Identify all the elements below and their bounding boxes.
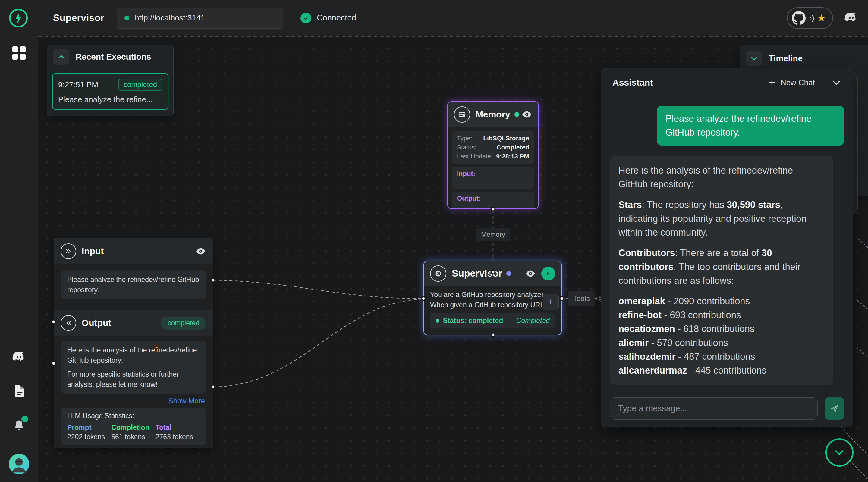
send-icon bbox=[830, 404, 839, 413]
assistant-panel: Assistant New Chat Please analyze the re… bbox=[601, 68, 853, 427]
handle-supervisor-bottom[interactable] bbox=[491, 332, 496, 338]
input-title: Input bbox=[82, 246, 104, 256]
collapse-chat-icon[interactable] bbox=[831, 77, 841, 88]
memory-lastupdate-label: Last Update: bbox=[457, 152, 493, 161]
connection-status-label: Connected bbox=[317, 13, 356, 23]
llm-usage-title: LLM Usage Statistics: bbox=[67, 412, 199, 420]
memory-node[interactable]: Memory Type:LibSQLStorage Status:Complet… bbox=[447, 101, 539, 209]
execution-time: 9:27:51 PM bbox=[58, 80, 98, 90]
handle-input-out[interactable] bbox=[211, 278, 216, 283]
scroll-to-bottom-button[interactable] bbox=[825, 438, 854, 467]
execution-card[interactable]: 9:27:51 PM completed Please analyze the … bbox=[52, 73, 168, 110]
assistant-title: Assistant bbox=[613, 77, 653, 88]
sidebar-item-apps[interactable] bbox=[12, 46, 26, 60]
stat-total: Total 2763 tokens bbox=[156, 423, 199, 441]
memory-lastupdate-value: 9:28:13 PM bbox=[496, 152, 529, 161]
show-more-link[interactable]: Show More bbox=[61, 397, 205, 405]
execution-status-badge: completed bbox=[118, 78, 162, 91]
input-text-card: Please analyze the refinedev/refine GitH… bbox=[61, 270, 206, 299]
eye-icon[interactable] bbox=[521, 109, 532, 120]
collapse-recent-button[interactable] bbox=[53, 49, 69, 65]
user-avatar[interactable] bbox=[9, 454, 29, 474]
github-star-button[interactable]: :) ★ bbox=[787, 7, 833, 29]
memory-node-title: Memory bbox=[475, 109, 510, 120]
io-node[interactable]: Input Please analyze the refinedev/refin… bbox=[54, 238, 213, 448]
prompt-line-1: You are a GitHub repository analyzer. bbox=[430, 289, 555, 300]
sidebar-item-notifications[interactable] bbox=[12, 419, 26, 433]
check-circle-icon bbox=[301, 13, 311, 24]
eye-icon[interactable] bbox=[525, 268, 536, 279]
handle-output-out[interactable] bbox=[211, 384, 216, 389]
contributor-row: alicanerdurmaz - 445 contributions bbox=[618, 364, 825, 378]
server-status-dot bbox=[124, 16, 129, 21]
left-sidebar bbox=[0, 36, 38, 482]
expand-plus-icon[interactable]: + bbox=[525, 195, 529, 205]
prompt-line-2: When given a GitHub repository URL o bbox=[430, 300, 555, 310]
stat-prompt: Prompt 2202 tokens bbox=[67, 423, 111, 441]
memory-status-value: Completed bbox=[496, 143, 529, 152]
top-bar: Supervisor http://localhost:3141 Connect… bbox=[0, 0, 868, 36]
notification-dot bbox=[22, 416, 28, 422]
assistant-contributor-list: omeraplak - 2090 contributions refine-bo… bbox=[618, 294, 825, 378]
chevron-down-icon bbox=[833, 446, 846, 459]
document-icon bbox=[12, 384, 26, 398]
storage-icon bbox=[454, 106, 470, 123]
play-icon bbox=[545, 270, 552, 277]
sidebar-item-docs[interactable] bbox=[12, 384, 26, 399]
user-message-bubble: Please analyze the refinedev/refine GitH… bbox=[657, 106, 844, 146]
supervisor-status: Status: completed bbox=[435, 317, 503, 325]
memory-output-slot[interactable]: Output: + bbox=[452, 192, 534, 208]
input-header: Input bbox=[54, 238, 213, 264]
expand-prompt-button[interactable]: + bbox=[542, 294, 559, 310]
contributor-row: refine-bot - 693 contributions bbox=[618, 308, 825, 322]
app-logo-icon[interactable] bbox=[8, 8, 28, 28]
tools-edge-label: Tools bbox=[568, 291, 595, 306]
double-chevron-right-icon bbox=[61, 244, 76, 259]
memory-input-slot[interactable]: Input: + bbox=[452, 167, 534, 189]
output-paragraph: For more specific statistics or further … bbox=[67, 369, 199, 389]
memory-edge-label: Memory bbox=[475, 228, 510, 241]
run-agent-button[interactable] bbox=[541, 267, 555, 281]
server-url: http://localhost:3141 bbox=[135, 13, 205, 23]
handle-supervisor-left[interactable] bbox=[421, 296, 426, 301]
llm-usage-card: LLM Usage Statistics: Prompt 2202 tokens… bbox=[61, 408, 206, 445]
supervisor-status-card: Status: completed Completed bbox=[430, 313, 555, 328]
chat-input[interactable] bbox=[610, 397, 818, 420]
memory-status-label: Status: bbox=[457, 143, 476, 152]
server-url-field[interactable]: http://localhost:3141 bbox=[117, 7, 283, 29]
chat-messages[interactable]: Please analyze the refinedev/refine GitH… bbox=[601, 97, 853, 389]
memory-info-card: Type:LibSQLStorage Status:Completed Last… bbox=[452, 131, 534, 164]
handle-supervisor-top[interactable] bbox=[491, 269, 496, 275]
sidebar-item-discord[interactable] bbox=[11, 349, 27, 366]
memory-active-dot bbox=[515, 112, 519, 117]
collapse-timeline-button[interactable] bbox=[746, 51, 762, 66]
timeline-title: Timeline bbox=[769, 54, 803, 63]
handle-output-in-2[interactable] bbox=[51, 361, 56, 366]
connection-status: Connected bbox=[301, 13, 356, 24]
sidebar-divider bbox=[0, 445, 38, 445]
supervisor-status-detail: Completed bbox=[516, 317, 550, 325]
contributor-row: omeraplak - 2090 contributions bbox=[618, 294, 825, 308]
memory-output-label: Output: bbox=[457, 195, 481, 205]
send-button[interactable] bbox=[825, 397, 844, 420]
output-header: Output completed bbox=[54, 310, 213, 336]
recent-executions-header: Recent Executions bbox=[47, 45, 173, 68]
handle-memory-bottom[interactable] bbox=[491, 207, 496, 212]
app-screen: Recent Executions 9:27:51 PM completed P… bbox=[0, 0, 868, 482]
execution-summary: Please analyze the refine... bbox=[58, 95, 162, 104]
contributor-row: aliemir - 579 contributions bbox=[618, 336, 825, 350]
avatar-image bbox=[9, 454, 29, 474]
chevron-down-icon bbox=[750, 55, 758, 62]
handle-output-in-1[interactable] bbox=[51, 319, 56, 324]
new-chat-button[interactable]: New Chat bbox=[767, 78, 815, 87]
star-icon: ★ bbox=[817, 13, 826, 23]
contributor-row: necatiozmen - 618 contributions bbox=[618, 322, 825, 336]
discord-icon[interactable] bbox=[843, 10, 859, 26]
handle-supervisor-right[interactable] bbox=[559, 296, 564, 301]
expand-plus-icon[interactable]: + bbox=[525, 170, 529, 186]
memory-input-label: Input: bbox=[457, 170, 475, 186]
status-dot bbox=[435, 319, 439, 323]
eye-icon[interactable] bbox=[195, 246, 206, 257]
stat-completion: Completion 561 tokens bbox=[111, 423, 155, 441]
output-paragraph: Here is the analysis of the refinedev/re… bbox=[67, 345, 199, 365]
